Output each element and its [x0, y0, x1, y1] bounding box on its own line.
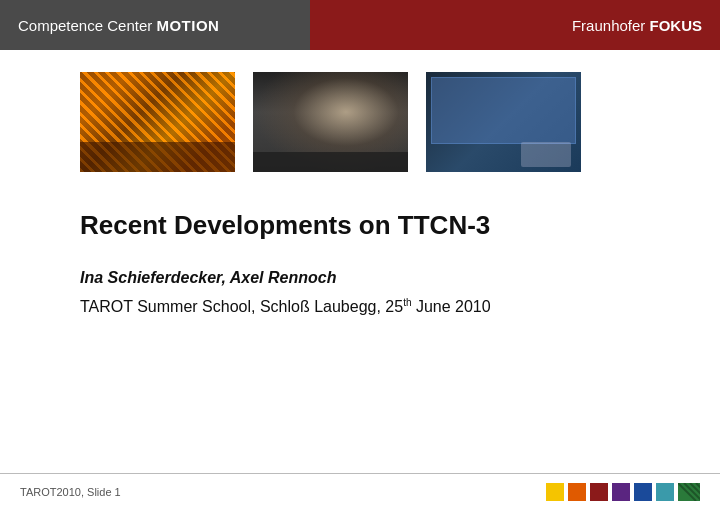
event-prefix: TAROT Summer School, Schloß Laubegg, 25 [80, 299, 403, 316]
event-details: TAROT Summer School, Schloß Laubegg, 25t… [80, 295, 640, 319]
header-brand-normal: Fraunhofer [572, 17, 650, 34]
event-suffix: June 2010 [411, 299, 490, 316]
slide-label: TAROT2010, Slide 1 [20, 486, 121, 498]
image-lab [253, 72, 408, 172]
authors: Ina Schieferdecker, Axel Rennoch [80, 269, 640, 287]
slide-title: Recent Developments on TTCN-3 [80, 210, 640, 241]
footer-color-block [656, 483, 674, 501]
footer-color-blocks [546, 483, 700, 501]
footer-color-block [612, 483, 630, 501]
footer: TAROT2010, Slide 1 [0, 473, 720, 509]
header: Competence Center MOTION Fraunhofer FOKU… [0, 0, 720, 50]
header-title-normal: Competence Center [18, 17, 156, 34]
footer-stripe-icon [678, 483, 700, 501]
header-brand: Fraunhofer FOKUS [572, 17, 702, 34]
footer-color-block [634, 483, 652, 501]
header-left: Competence Center MOTION [0, 0, 310, 50]
main-content: Recent Developments on TTCN-3 Ina Schief… [0, 190, 720, 320]
images-row [0, 50, 720, 190]
footer-color-block [546, 483, 564, 501]
image-screen [426, 72, 581, 172]
image-cables [80, 72, 235, 172]
header-title-bold: MOTION [156, 17, 219, 34]
header-title: Competence Center MOTION [18, 17, 219, 34]
footer-color-block [568, 483, 586, 501]
header-right: Fraunhofer FOKUS [310, 0, 720, 50]
header-brand-bold: FOKUS [650, 17, 703, 34]
footer-color-block [590, 483, 608, 501]
